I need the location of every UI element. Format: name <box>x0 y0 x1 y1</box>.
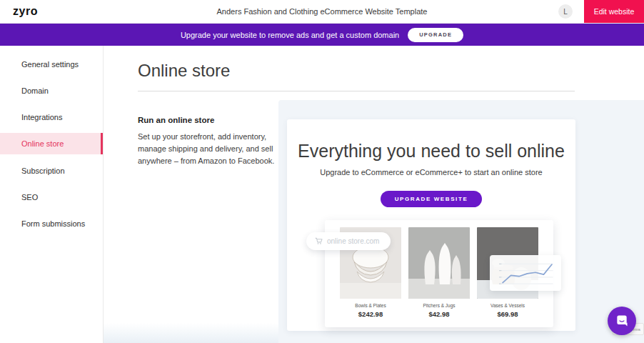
upgrade-website-button[interactable]: UPGRADE WEBSITE <box>381 191 483 207</box>
sidebar-item-general-settings[interactable]: General settings <box>0 51 103 77</box>
sidebar-item-online-store[interactable]: Online store <box>0 133 103 154</box>
product-price: $42.98 <box>408 310 470 318</box>
sidebar-item-domain[interactable]: Domain <box>0 77 103 104</box>
avatar[interactable]: L <box>558 4 573 19</box>
pitchers-illustration <box>408 227 470 299</box>
domain-text: online store.com <box>327 237 379 245</box>
product-price: $242.98 <box>340 310 401 318</box>
sidebar-item-seo[interactable]: SEO <box>0 184 103 210</box>
upsell-subtitle: Upgrade to eCommerce or eCommerce+ to st… <box>287 168 575 177</box>
product-name: Bowls & Plates <box>340 303 401 308</box>
cart-icon <box>315 237 323 245</box>
edit-website-button[interactable]: Edit website <box>584 0 644 23</box>
intro-description: Set up your storefront, add inventory, m… <box>138 131 293 167</box>
bottom-gradient <box>104 323 278 343</box>
product-name: Vases & Vessels <box>477 303 538 308</box>
settings-sidebar: General settings Domain Integrations Onl… <box>0 46 104 343</box>
top-bar: zyro Anders Fashion and Clothing eCommer… <box>0 0 644 24</box>
site-title: Anders Fashion and Clothing eCommerce We… <box>0 7 644 16</box>
upgrade-banner: Upgrade your website to remove ads and g… <box>0 24 644 46</box>
intro-heading: Run an online store <box>138 116 293 124</box>
sidebar-item-subscription[interactable]: Subscription <box>0 157 103 184</box>
page-title: Online store <box>138 61 230 81</box>
main-content: Online store Run an online store Set up … <box>104 46 644 343</box>
upsell-card: Everything you need to sell online Upgra… <box>287 119 575 331</box>
intro-text: Run an online store Set up your storefro… <box>138 116 293 167</box>
banner-message: Upgrade your website to remove ads and g… <box>181 31 399 39</box>
chat-button[interactable] <box>608 307 636 335</box>
product-image-pitchers <box>408 227 470 299</box>
domain-pill: online store.com <box>306 232 391 250</box>
sales-chart-card <box>490 255 561 291</box>
product-card: Pitchers & Jugs $42.98 <box>408 227 470 327</box>
chat-bubble-icon <box>615 314 629 328</box>
product-price: $69.98 <box>477 310 538 318</box>
banner-upgrade-button[interactable]: UPGRADE <box>408 28 463 42</box>
app-window: zyro Anders Fashion and Clothing eCommer… <box>0 0 644 343</box>
title-divider <box>138 91 575 91</box>
upsell-heading: Everything you need to sell online <box>287 141 575 161</box>
product-name: Pitchers & Jugs <box>408 303 470 308</box>
sidebar-item-integrations[interactable]: Integrations <box>0 104 103 130</box>
sidebar-item-form-submissions[interactable]: Form submissions <box>0 210 103 237</box>
sales-chart-line <box>494 258 557 288</box>
